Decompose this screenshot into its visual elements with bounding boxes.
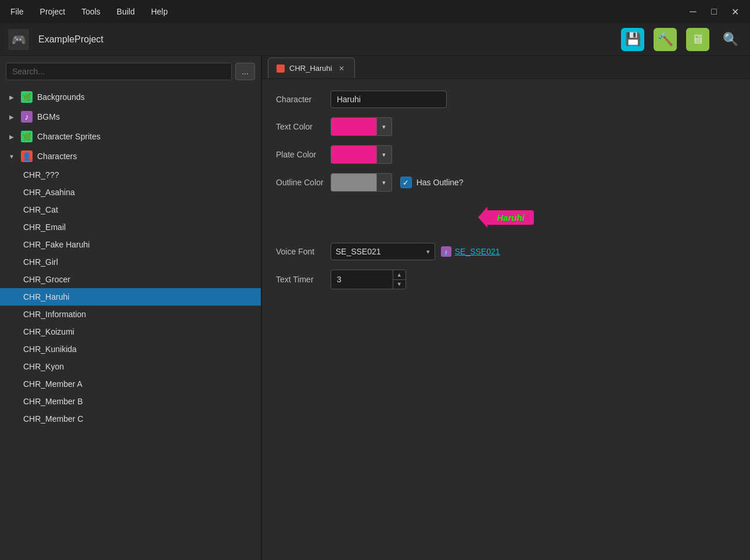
sidebar-label-chr-kunikida: CHR_Kunikida [23,344,77,354]
text-color-picker: ▾ [331,117,736,136]
chevron-down-icon: ▾ [382,151,386,159]
expand-icon: ▶ [7,94,16,100]
plate-color-swatch[interactable] [331,145,377,164]
export-button[interactable]: 🖥 [686,28,709,51]
sidebar-item-chr-email[interactable]: CHR_Email [0,218,261,236]
sidebar-label-chr-email: CHR_Email [23,222,66,232]
sidebar-label-bgms: BGMs [37,112,60,121]
plate-color-chevron[interactable]: ▾ [377,145,392,164]
sidebar-label-chr-grocer: CHR_Grocer [23,275,70,284]
plate-color-label: Plate Color [276,150,324,159]
outline-color-chevron[interactable]: ▾ [377,173,392,192]
title-bar-left: File Project Tools Build Help [7,5,171,19]
voice-font-link-icon: ♪ [441,246,451,257]
voice-font-link-text: SE_SSE021 [455,247,500,256]
build-icon: 🔨 [658,32,673,47]
bgms-icon: ♪ [21,111,33,123]
tab-bar: CHR_Haruhi ✕ [262,56,750,79]
sidebar-item-chr-member-c[interactable]: CHR_Member C [0,410,261,428]
content-panel: CHR_Haruhi ✕ Character Text Color ▾ Plat… [262,56,750,560]
search-input[interactable] [6,63,232,80]
name-plate-body: Haruhi [487,210,534,225]
has-outline-checkbox[interactable]: ✓ Has Outline? [400,177,464,188]
logo-icon: 🎮 [12,33,26,46]
spinner-controls: ▲ ▼ [393,270,405,289]
sidebar-label-chr-member-c: CHR_Member C [23,414,83,423]
sidebar-item-chr-koizumi[interactable]: CHR_Koizumi [0,323,261,340]
sprites-icon: 🌿 [21,131,33,142]
sidebar-item-chr-kyon[interactable]: CHR_Kyon [0,358,261,375]
sidebar-item-chr-member-b[interactable]: CHR_Member B [0,393,261,410]
sidebar-item-chr-fake-haruhi[interactable]: CHR_Fake Haruhi [0,236,261,253]
minimize-button[interactable]: ─ [685,3,701,20]
text-color-swatch[interactable] [331,117,377,136]
chevron-up-icon: ▲ [397,272,402,278]
sidebar-label-chr-haruhi: CHR_Haruhi [23,292,69,301]
sidebar-label-chr-asahina: CHR_Asahina [23,188,75,197]
title-bar: File Project Tools Build Help ─ □ ✕ [0,0,750,23]
sidebar-item-chr-grocer[interactable]: CHR_Grocer [0,271,261,288]
spinner-up-button[interactable]: ▲ [393,270,405,280]
menu-file[interactable]: File [7,5,27,19]
sidebar-item-character-sprites[interactable]: ▶ 🌿 Character Sprites [0,127,261,146]
preview-area: Haruhi [276,201,736,234]
sidebar-label-chr-cat: CHR_Cat [23,205,58,214]
outline-color-picker: ▾ [331,173,392,192]
window-controls: ─ □ ✕ [685,3,743,20]
outline-color-label: Outline Color [276,178,324,187]
menu-project[interactable]: Project [37,5,69,19]
save-button[interactable]: 💾 [621,28,644,51]
build-button[interactable]: 🔨 [654,28,677,51]
search-more-button[interactable]: ... [235,63,255,80]
maximize-button[interactable]: □ [706,3,722,20]
sidebar-label-chr-koizumi: CHR_Koizumi [23,327,74,336]
checkmark-icon: ✓ [403,178,409,187]
sidebar-item-backgrounds[interactable]: ▶ 🌿 Backgrounds [0,87,261,107]
close-button[interactable]: ✕ [727,3,743,20]
text-timer-spinner: 3 ▲ ▼ [331,270,406,289]
tab-close-button[interactable]: ✕ [337,64,346,73]
sidebar-label-backgrounds: Backgrounds [37,92,85,102]
menu-help[interactable]: Help [148,5,171,19]
text-timer-label: Text Timer [276,275,324,284]
sidebar-item-chr-cat[interactable]: CHR_Cat [0,201,261,218]
backgrounds-icon: 🌿 [21,91,33,103]
spinner-down-button[interactable]: ▼ [393,280,405,289]
sidebar-item-chr-girl[interactable]: CHR_Girl [0,253,261,271]
chevron-down-icon: ▾ [382,179,386,186]
characters-icon: 👤 [21,150,33,162]
sidebar-item-chr-unknown[interactable]: CHR_??? [0,166,261,184]
outline-row: ▾ ✓ Has Outline? [331,173,736,192]
sidebar-label-chr-fake-haruhi: CHR_Fake Haruhi [23,240,89,249]
character-input[interactable] [331,91,447,108]
name-plate-triangle [478,207,487,228]
project-logo: 🎮 [8,29,29,50]
menu-build[interactable]: Build [113,5,138,19]
outline-color-swatch[interactable] [331,173,377,192]
chevron-down-icon: ▾ [426,248,430,256]
text-timer-value: 3 [331,275,393,284]
sidebar-item-bgms[interactable]: ▶ ♪ BGMs [0,107,261,127]
checkbox-box: ✓ [400,177,412,188]
voice-font-link[interactable]: ♪ SE_SSE021 [441,246,500,257]
menu-tools[interactable]: Tools [78,5,104,19]
export-icon: 🖥 [691,32,704,47]
voice-font-select[interactable]: SE_SSE021 ▾ [331,243,435,260]
global-search-button[interactable]: 🔍 [719,28,742,51]
sidebar-item-chr-haruhi[interactable]: CHR_Haruhi [0,288,261,306]
main-layout: ... ▶ 🌿 Backgrounds ▶ ♪ BGMs ▶ 🌿 Charact… [0,56,750,560]
save-icon: 💾 [625,32,641,47]
chevron-down-icon: ▼ [397,281,402,287]
voice-font-value: SE_SSE021 [336,247,381,256]
sidebar-item-chr-information[interactable]: CHR_Information [0,306,261,323]
text-color-chevron[interactable]: ▾ [377,117,392,136]
menu-bar: File Project Tools Build Help [7,5,171,19]
sidebar-item-chr-member-a[interactable]: CHR_Member A [0,375,261,393]
tab-chr-haruhi[interactable]: CHR_Haruhi ✕ [268,58,355,78]
sidebar-item-chr-kunikida[interactable]: CHR_Kunikida [0,340,261,358]
sidebar-label-chr-kyon: CHR_Kyon [23,362,64,371]
sidebar-label-chr-unknown: CHR_??? [23,170,59,180]
sidebar-item-characters[interactable]: ▼ 👤 Characters [0,146,261,166]
sidebar-item-chr-asahina[interactable]: CHR_Asahina [0,184,261,201]
sidebar-label-character-sprites: Character Sprites [37,132,101,141]
